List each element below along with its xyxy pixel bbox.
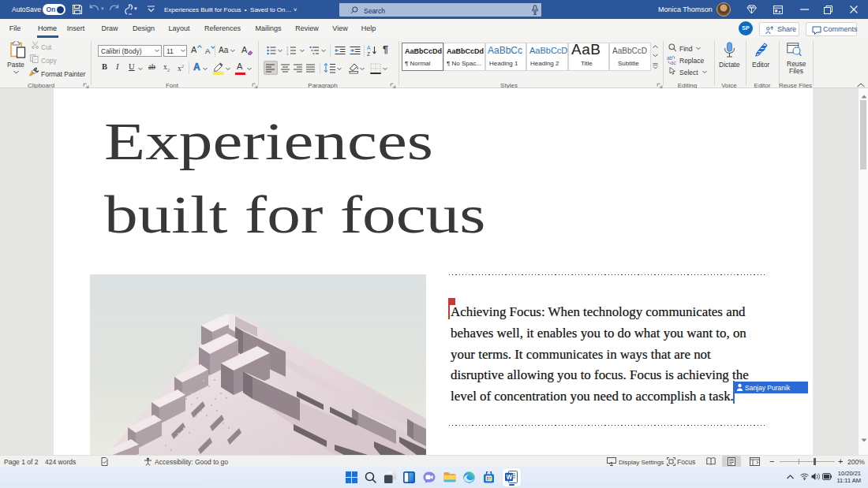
svg-text:ac: ac <box>671 60 677 65</box>
svg-text:Z: Z <box>367 51 370 57</box>
svg-text:3: 3 <box>286 52 289 55</box>
svg-text:A: A <box>367 45 371 50</box>
